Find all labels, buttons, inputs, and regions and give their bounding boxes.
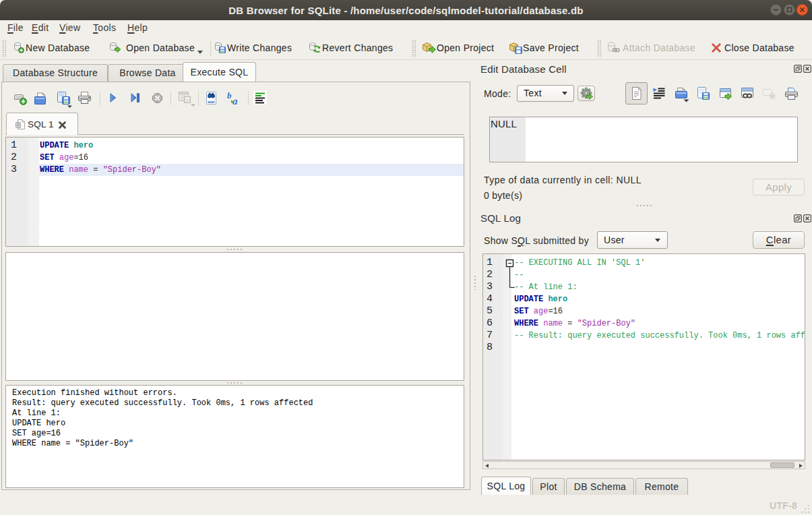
svg-text:b: b (227, 90, 232, 100)
svg-text:a: a (232, 96, 238, 106)
